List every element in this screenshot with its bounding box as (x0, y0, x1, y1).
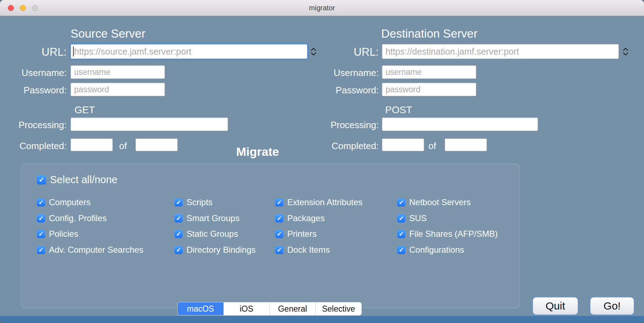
destination-method-label: POST (385, 104, 412, 116)
checkbox-label: Scripts (187, 197, 212, 207)
checkbox-label: Policies (49, 229, 78, 239)
destination-url-input[interactable] (382, 44, 619, 59)
destination-processing-input[interactable] (382, 117, 538, 131)
source-total-input[interactable] (135, 138, 178, 151)
checkbox-label: Packages (287, 213, 324, 223)
source-completed-input[interactable] (71, 138, 113, 151)
checkbox-label: File Shares (AFP/SMB) (409, 229, 498, 239)
checkbox-dock-items[interactable]: ✓ Dock Items (275, 245, 330, 255)
quit-button[interactable]: Quit (533, 297, 578, 315)
titlebar: migrator (0, 0, 644, 16)
source-of-label: of (119, 141, 127, 152)
tab-selective[interactable]: Selective (315, 302, 361, 315)
checkbox-config-profiles[interactable]: ✓ Config. Profiles (37, 213, 107, 223)
destination-total-input[interactable] (445, 138, 487, 151)
destination-processing-label: Processing: (319, 120, 379, 131)
destination-password-input[interactable] (382, 83, 476, 96)
checkbox-select-all[interactable]: ✓ Select all/none (37, 174, 117, 186)
destination-server-heading: Destination Server (381, 27, 477, 40)
destination-completed-input[interactable] (382, 138, 424, 151)
check-icon: ✓ (176, 215, 181, 221)
checkbox-printers[interactable]: ✓ Printers (275, 229, 317, 239)
checkbox-label: Static Groups (187, 229, 238, 239)
chevron-up-icon (311, 48, 316, 51)
checkbox-file-shares[interactable]: ✓ File Shares (AFP/SMB) (397, 229, 498, 239)
checkbox-label: Computers (49, 197, 90, 207)
checkbox-configurations[interactable]: ✓ Configurations (397, 245, 464, 255)
checkbox-icon: ✓ (275, 198, 283, 207)
check-icon: ✓ (399, 247, 404, 253)
checkbox-icon: ✓ (37, 230, 45, 238)
checkbox-packages[interactable]: ✓ Packages (275, 213, 324, 223)
checkbox-adv-computer-searches[interactable]: ✓ Adv. Computer Searches (37, 245, 143, 255)
checkbox-icon: ✓ (275, 246, 283, 254)
checkbox-icon: ✓ (275, 214, 283, 223)
destination-completed-label: Completed: (319, 141, 379, 152)
source-password-input[interactable] (71, 83, 165, 96)
checkbox-icon: ✓ (397, 214, 405, 223)
source-completed-label: Completed: (7, 141, 67, 152)
check-icon: ✓ (277, 199, 282, 206)
check-icon: ✓ (176, 231, 181, 237)
source-processing-input[interactable] (71, 117, 228, 131)
check-icon: ✓ (399, 199, 404, 206)
tab-general[interactable]: General (270, 302, 316, 315)
check-icon: ✓ (176, 247, 181, 253)
go-button[interactable]: Go! (590, 297, 634, 315)
checkbox-icon: ✓ (37, 246, 45, 254)
platform-segmented-control: macOS iOS General Selective (177, 302, 362, 316)
check-icon: ✓ (277, 215, 282, 221)
check-icon: ✓ (399, 215, 404, 221)
tab-ios[interactable]: iOS (223, 302, 270, 315)
source-url-label: URL: (7, 46, 67, 59)
source-url-input[interactable] (71, 44, 307, 59)
chevron-down-icon (311, 53, 316, 56)
checkbox-icon: ✓ (397, 198, 405, 207)
checkbox-netboot-servers[interactable]: ✓ Netboot Servers (397, 197, 471, 207)
checkbox-sus[interactable]: ✓ SUS (397, 213, 427, 223)
destination-of-label: of (428, 141, 436, 152)
checkbox-icon: ✓ (37, 175, 46, 185)
checkbox-extension-attributes[interactable]: ✓ Extension Attributes (275, 197, 362, 207)
destination-url-label: URL: (319, 46, 379, 59)
checkbox-static-groups[interactable]: ✓ Static Groups (174, 229, 238, 239)
tab-macos[interactable]: macOS (178, 302, 223, 315)
destination-username-input[interactable] (382, 65, 476, 79)
checkbox-icon: ✓ (397, 230, 405, 238)
source-processing-label: Processing: (7, 120, 67, 131)
checkbox-icon: ✓ (275, 230, 283, 238)
checkbox-label: Adv. Computer Searches (49, 245, 143, 255)
checkbox-icon: ✓ (174, 230, 183, 238)
text-cursor (73, 46, 74, 56)
check-icon: ✓ (38, 247, 43, 253)
check-icon: ✓ (176, 199, 181, 206)
checkbox-label: Config. Profiles (49, 213, 107, 223)
destination-password-label: Password: (319, 85, 379, 96)
destination-url-stepper[interactable] (621, 45, 630, 58)
checkbox-label: Smart Groups (187, 213, 239, 223)
check-icon: ✓ (38, 215, 43, 221)
checkbox-scripts[interactable]: ✓ Scripts (174, 197, 212, 207)
checkbox-computers[interactable]: ✓ Computers (37, 197, 90, 207)
checkbox-policies[interactable]: ✓ Policies (37, 229, 78, 239)
migrator-window: migrator Source Server Destination Serve… (0, 0, 644, 323)
checkbox-label: Extension Attributes (287, 197, 362, 207)
source-username-input[interactable] (71, 65, 165, 79)
check-icon: ✓ (38, 199, 43, 206)
checkbox-label: Netboot Servers (409, 197, 471, 207)
migrate-title: Migrate (236, 145, 279, 159)
destination-username-label: Username: (319, 67, 379, 78)
checkbox-icon: ✓ (37, 214, 45, 223)
source-url-stepper[interactable] (309, 45, 318, 58)
source-server-heading: Source Server (71, 27, 145, 40)
checkbox-label: Printers (287, 229, 317, 239)
checkbox-icon: ✓ (174, 246, 183, 254)
check-icon: ✓ (39, 176, 44, 183)
checkbox-smart-groups[interactable]: ✓ Smart Groups (174, 213, 239, 223)
checkbox-directory-bindings[interactable]: ✓ Directory Bindings (174, 245, 256, 255)
chevron-up-icon (623, 48, 628, 51)
source-method-label: GET (74, 104, 95, 116)
checkbox-label: SUS (409, 213, 427, 223)
bottom-strip (0, 316, 644, 323)
check-icon: ✓ (38, 231, 43, 237)
